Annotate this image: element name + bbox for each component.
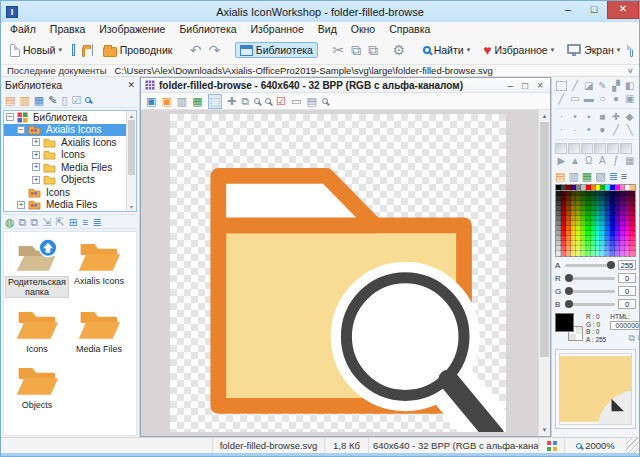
brush-shape-square-2[interactable]: ■ <box>596 111 609 123</box>
slider-track[interactable] <box>565 277 615 280</box>
add-image-icon[interactable]: ▦ <box>192 95 202 108</box>
save-palette-icon[interactable]: ▥ <box>568 170 578 182</box>
line-tool[interactable]: ╱ <box>555 93 568 105</box>
scroll-up-icon[interactable]: ▴ <box>127 112 136 119</box>
palette-grid[interactable] <box>555 190 636 257</box>
brush-shape-square-1[interactable]: ▪ <box>582 111 595 123</box>
expand-icon[interactable]: + <box>32 151 40 159</box>
filled-rectangle-tool[interactable]: ▬ <box>582 93 595 105</box>
tree-item-media-files[interactable]: + Media Files <box>4 199 136 212</box>
slider-track[interactable] <box>565 303 615 306</box>
scroll-up-icon[interactable]: ▴ <box>539 112 550 120</box>
fill-tool[interactable]: ◧ <box>623 80 636 92</box>
close-button[interactable]: ✕ <box>607 1 639 19</box>
pencil-tool[interactable]: ✎ <box>596 80 609 92</box>
folder-item-objects[interactable]: Objects <box>6 362 68 410</box>
brush-shape-diamond[interactable]: ◆ <box>623 111 636 123</box>
brush-shape-round-4[interactable]: ● <box>596 124 609 136</box>
print-preview-icon[interactable] <box>322 98 328 104</box>
flip-vertical-tool[interactable]: ▲ <box>569 155 582 167</box>
cut-icon[interactable]: ✂ <box>332 44 344 56</box>
gradient-style-2[interactable] <box>568 143 580 154</box>
test-icon-icon[interactable]: ☑ <box>276 95 286 108</box>
import-icon[interactable]: ⇱ <box>56 216 65 228</box>
document-title-bar[interactable]: folder-filled-browse - 640x640 - 32 BPP … <box>141 78 550 93</box>
folder-item-media-files[interactable]: Media Files <box>68 306 130 354</box>
menu-library[interactable]: Библиотека <box>179 23 236 35</box>
marquee-select-tool[interactable] <box>556 81 567 91</box>
settings-gear-icon[interactable]: ⚙ <box>393 44 406 56</box>
palette-swatch[interactable] <box>630 251 635 256</box>
tree-item-icons[interactable]: Icons <box>4 186 136 199</box>
collapse-icon[interactable]: − <box>6 113 14 121</box>
brush-shape-cross[interactable]: ✚ <box>610 111 623 123</box>
new-library-icon[interactable]: ▤ <box>5 94 15 106</box>
sort-icon[interactable]: ≡ <box>82 216 88 228</box>
hand-tool-icon[interactable]: ✚ <box>227 95 236 108</box>
screen-button[interactable]: Экран ▾ <box>564 42 623 58</box>
tree-item-axialis-icons[interactable]: − Axialis Icons <box>4 124 136 137</box>
slider-thumb[interactable] <box>607 261 615 269</box>
delete-palette-icon[interactable]: ▧ <box>595 170 605 182</box>
slider-value[interactable]: 0 <box>618 299 636 309</box>
edit-icon[interactable]: ✎ <box>48 94 57 106</box>
tree-item-media-files-sub[interactable]: + Media Files <box>4 161 136 174</box>
scrollbar-thumb[interactable] <box>128 120 135 175</box>
screen-preview-icon[interactable]: ▭ <box>291 95 301 108</box>
open-library-icon[interactable]: ▥ <box>19 94 29 106</box>
rectangle-tool[interactable]: ▭ <box>569 93 582 105</box>
view-icons-icon[interactable]: ▦ <box>34 94 44 106</box>
explorer-button[interactable]: Проводник <box>100 42 176 59</box>
undo-icon[interactable]: ↶ <box>190 44 202 56</box>
document-info-icon[interactable] <box>630 44 633 57</box>
find-button[interactable]: Найти ▾ <box>420 42 473 58</box>
menu-edit[interactable]: Правка <box>50 23 85 35</box>
expand-icon[interactable]: + <box>17 201 25 209</box>
new-folder-icon[interactable]: ⊞ <box>69 216 78 228</box>
scroll-down-icon[interactable]: ▾ <box>539 426 550 434</box>
export-icon[interactable]: ⇲ <box>42 216 51 228</box>
minimize-button[interactable]: – <box>555 1 581 19</box>
menu-help[interactable]: Справка <box>389 23 430 35</box>
status-zoom[interactable]: 2000% <box>565 438 627 453</box>
slider-track[interactable] <box>565 290 615 293</box>
tree-scrollbar[interactable]: ▴ ▾ <box>126 111 136 211</box>
brush-shape-round-3[interactable]: • <box>582 124 595 136</box>
new-image-format-icon[interactable]: ▣ <box>161 95 171 108</box>
ellipse-tool[interactable]: ○ <box>596 93 609 105</box>
foreground-color-swatch[interactable] <box>555 313 574 332</box>
title-bar[interactable]: I Axialis IconWorkshop - folder-filled-b… <box>1 1 639 22</box>
favorites-button[interactable]: ♥ Избранное ▾ <box>480 42 557 58</box>
text-tool[interactable]: A <box>596 155 609 167</box>
expand-icon[interactable]: + <box>32 138 40 146</box>
save-icon[interactable] <box>92 44 93 56</box>
new-project-icon[interactable]: ▣ <box>146 95 156 108</box>
open-folder-icon[interactable] <box>82 47 85 57</box>
filled-ellipse-tool[interactable]: ● <box>610 93 623 105</box>
select-tool-icon[interactable]: ⬚ <box>208 94 222 109</box>
brush-shape-round-1[interactable]: · <box>555 124 568 136</box>
folder-item-parent[interactable]: Родительская папка <box>6 238 68 298</box>
open-palette-icon[interactable]: ▤ <box>555 170 565 182</box>
gradient-style-6[interactable] <box>620 143 632 154</box>
scroll-down-icon[interactable]: ▾ <box>127 203 136 210</box>
document-close-icon[interactable]: × <box>537 80 543 91</box>
resize-grip[interactable] <box>627 438 639 453</box>
brush-shape-dot-1[interactable]: · <box>555 111 568 123</box>
print-icon[interactable]: ▤ <box>306 95 316 108</box>
tree-item-objects-sub[interactable]: + Objects <box>4 174 136 187</box>
brush-shape-round-2[interactable]: ∙ <box>569 124 582 136</box>
flip-horizontal-tool[interactable]: ▶ <box>555 155 568 167</box>
library-search-icon[interactable] <box>85 97 91 103</box>
image-transparency-area[interactable] <box>170 114 506 432</box>
paste-icon[interactable]: ⧉ <box>368 44 378 56</box>
new-button[interactable]: Новый ▾ <box>7 42 65 59</box>
gradient-style-4[interactable] <box>594 143 606 154</box>
scrollbar-thumb[interactable] <box>540 122 549 357</box>
trash-icon[interactable]: ▯ <box>61 94 67 106</box>
html-color-value[interactable]: 000000 <box>610 321 640 330</box>
library-toggle-button[interactable]: Библиотека <box>235 42 318 58</box>
gradient-style-3[interactable] <box>581 143 593 154</box>
alpha-slider[interactable]: A 255 <box>555 260 636 270</box>
color-picker-tool[interactable]: ╱ <box>569 80 582 92</box>
